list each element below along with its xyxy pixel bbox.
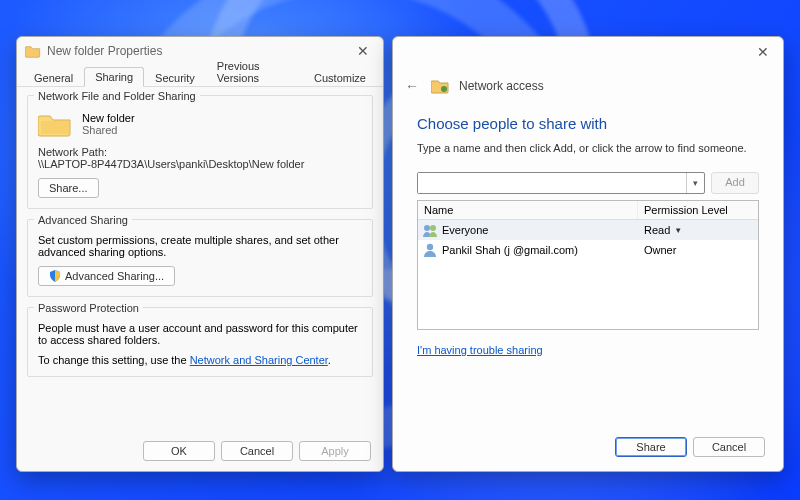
svg-point-1 xyxy=(441,86,447,92)
column-permission[interactable]: Permission Level xyxy=(638,201,758,219)
advanced-desc: Set custom permissions, create multiple … xyxy=(38,234,362,258)
tab-customize[interactable]: Customize xyxy=(303,68,377,87)
wizard-title: Network access xyxy=(459,79,544,93)
people-input[interactable] xyxy=(418,173,684,193)
group-icon xyxy=(422,222,438,238)
group-title: Password Protection xyxy=(34,302,143,314)
back-icon[interactable]: ← xyxy=(403,77,421,95)
advanced-sharing-label: Advanced Sharing... xyxy=(65,270,164,282)
folder-name: New folder xyxy=(82,112,135,124)
advanced-sharing-button[interactable]: Advanced Sharing... xyxy=(38,266,175,286)
group-title: Network File and Folder Sharing xyxy=(34,90,200,102)
group-advanced-sharing: Advanced Sharing Set custom permissions,… xyxy=(27,219,373,297)
svg-point-3 xyxy=(430,225,436,231)
chevron-down-icon: ▼ xyxy=(674,226,682,235)
wizard-button-row: Share Cancel xyxy=(393,427,783,471)
wizard-header: ← Network access xyxy=(393,67,783,99)
network-path-label: Network Path: xyxy=(38,146,362,158)
svg-point-2 xyxy=(424,225,430,231)
column-name[interactable]: Name xyxy=(418,201,638,219)
permission-label: Owner xyxy=(644,244,676,256)
shared-folder-icon xyxy=(38,110,72,138)
share-button[interactable]: Share xyxy=(615,437,687,457)
sharing-tab-body: Network File and Folder Sharing New fold… xyxy=(17,87,383,433)
folder-icon xyxy=(25,43,41,59)
apply-button[interactable]: Apply xyxy=(299,441,371,461)
cancel-button[interactable]: Cancel xyxy=(693,437,765,457)
password-change-line: To change this setting, use the Network … xyxy=(38,354,362,366)
password-desc: People must have a user account and pass… xyxy=(38,322,362,346)
list-row[interactable]: Pankil Shah (j @gmail.com) Owner xyxy=(418,240,758,260)
ok-button[interactable]: OK xyxy=(143,441,215,461)
wizard-subtext: Type a name and then click Add, or click… xyxy=(417,142,759,154)
tab-previous-versions[interactable]: Previous Versions xyxy=(206,56,303,87)
permission-label: Read xyxy=(644,224,670,236)
network-sharing-center-link[interactable]: Network and Sharing Center xyxy=(190,354,328,366)
group-password-protection: Password Protection People must have a u… xyxy=(27,307,373,377)
people-combobox[interactable]: ▾ xyxy=(417,172,705,194)
wizard-heading: Choose people to share with xyxy=(417,115,759,132)
network-folder-icon xyxy=(431,77,449,95)
tab-general[interactable]: General xyxy=(23,68,84,87)
row-permission: Owner xyxy=(638,244,758,256)
list-row[interactable]: Everyone Read ▼ xyxy=(418,220,758,240)
trouble-sharing-link[interactable]: I'm having trouble sharing xyxy=(417,344,543,356)
row-permission[interactable]: Read ▼ xyxy=(638,224,758,236)
close-icon[interactable]: ✕ xyxy=(749,44,777,60)
close-icon[interactable]: ✕ xyxy=(349,43,377,59)
tab-security[interactable]: Security xyxy=(144,68,206,87)
group-title: Advanced Sharing xyxy=(34,214,132,226)
svg-rect-0 xyxy=(41,121,69,134)
tab-strip: General Sharing Security Previous Versio… xyxy=(17,65,383,87)
people-list: Name Permission Level Everyone Read ▼ Pa… xyxy=(417,200,759,330)
folder-status: Shared xyxy=(82,124,135,136)
text: To change this setting, use the xyxy=(38,354,190,366)
chevron-down-icon[interactable]: ▾ xyxy=(686,173,704,193)
dialog-button-row: OK Cancel Apply xyxy=(17,433,383,471)
cancel-button[interactable]: Cancel xyxy=(221,441,293,461)
add-button[interactable]: Add xyxy=(711,172,759,194)
svg-point-4 xyxy=(427,244,433,250)
list-header: Name Permission Level xyxy=(418,201,758,220)
titlebar[interactable]: New folder Properties ✕ xyxy=(17,37,383,65)
tab-sharing[interactable]: Sharing xyxy=(84,67,144,87)
row-name: Everyone xyxy=(442,224,638,236)
folder-properties-window: New folder Properties ✕ General Sharing … xyxy=(16,36,384,472)
row-name: Pankil Shah (j @gmail.com) xyxy=(442,244,638,256)
shield-icon xyxy=(49,270,61,282)
user-icon xyxy=(422,242,438,258)
group-network-file-sharing: Network File and Folder Sharing New fold… xyxy=(27,95,373,209)
share-button[interactable]: Share... xyxy=(38,178,99,198)
window-title: New folder Properties xyxy=(47,44,349,58)
titlebar[interactable]: ✕ xyxy=(393,37,783,67)
network-path-value: \\LAPTOP-8P447D3A\Users\panki\Desktop\Ne… xyxy=(38,158,362,170)
network-access-window: ✕ ← Network access Choose people to shar… xyxy=(392,36,784,472)
text: . xyxy=(328,354,331,366)
